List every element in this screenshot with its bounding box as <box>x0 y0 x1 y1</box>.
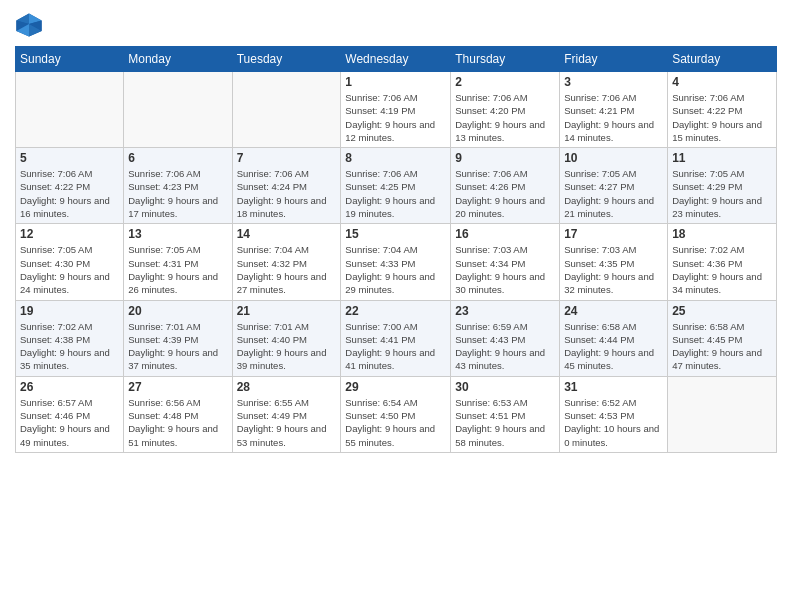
day-number: 16 <box>455 227 555 241</box>
calendar-day-cell: 6 Sunrise: 7:06 AM Sunset: 4:23 PM Dayli… <box>124 148 232 224</box>
day-info: Sunrise: 7:01 AM Sunset: 4:39 PM Dayligh… <box>128 320 227 373</box>
day-number: 21 <box>237 304 337 318</box>
main-container: SundayMondayTuesdayWednesdayThursdayFrid… <box>0 0 792 458</box>
calendar-day-cell: 30 Sunrise: 6:53 AM Sunset: 4:51 PM Dayl… <box>451 376 560 452</box>
logo <box>15 10 47 38</box>
day-number: 9 <box>455 151 555 165</box>
calendar-day-cell <box>16 72 124 148</box>
day-number: 31 <box>564 380 663 394</box>
calendar-day-cell: 25 Sunrise: 6:58 AM Sunset: 4:45 PM Dayl… <box>668 300 777 376</box>
day-info: Sunrise: 7:06 AM Sunset: 4:23 PM Dayligh… <box>128 167 227 220</box>
calendar-day-cell: 7 Sunrise: 7:06 AM Sunset: 4:24 PM Dayli… <box>232 148 341 224</box>
calendar-day-cell: 10 Sunrise: 7:05 AM Sunset: 4:27 PM Dayl… <box>560 148 668 224</box>
calendar-day-cell: 26 Sunrise: 6:57 AM Sunset: 4:46 PM Dayl… <box>16 376 124 452</box>
day-number: 7 <box>237 151 337 165</box>
day-number: 20 <box>128 304 227 318</box>
day-number: 19 <box>20 304 119 318</box>
day-number: 5 <box>20 151 119 165</box>
day-info: Sunrise: 6:58 AM Sunset: 4:45 PM Dayligh… <box>672 320 772 373</box>
logo-icon <box>15 10 43 38</box>
day-info: Sunrise: 7:02 AM Sunset: 4:38 PM Dayligh… <box>20 320 119 373</box>
day-info: Sunrise: 6:58 AM Sunset: 4:44 PM Dayligh… <box>564 320 663 373</box>
day-info: Sunrise: 7:06 AM Sunset: 4:19 PM Dayligh… <box>345 91 446 144</box>
day-number: 18 <box>672 227 772 241</box>
weekday-header-sunday: Sunday <box>16 47 124 72</box>
calendar-day-cell: 24 Sunrise: 6:58 AM Sunset: 4:44 PM Dayl… <box>560 300 668 376</box>
day-info: Sunrise: 7:04 AM Sunset: 4:33 PM Dayligh… <box>345 243 446 296</box>
day-info: Sunrise: 7:00 AM Sunset: 4:41 PM Dayligh… <box>345 320 446 373</box>
day-number: 22 <box>345 304 446 318</box>
day-number: 25 <box>672 304 772 318</box>
day-info: Sunrise: 7:02 AM Sunset: 4:36 PM Dayligh… <box>672 243 772 296</box>
day-number: 23 <box>455 304 555 318</box>
calendar-day-cell: 11 Sunrise: 7:05 AM Sunset: 4:29 PM Dayl… <box>668 148 777 224</box>
day-info: Sunrise: 7:06 AM Sunset: 4:25 PM Dayligh… <box>345 167 446 220</box>
weekday-header-row: SundayMondayTuesdayWednesdayThursdayFrid… <box>16 47 777 72</box>
day-info: Sunrise: 6:54 AM Sunset: 4:50 PM Dayligh… <box>345 396 446 449</box>
day-info: Sunrise: 7:01 AM Sunset: 4:40 PM Dayligh… <box>237 320 337 373</box>
calendar-day-cell: 21 Sunrise: 7:01 AM Sunset: 4:40 PM Dayl… <box>232 300 341 376</box>
day-info: Sunrise: 7:06 AM Sunset: 4:22 PM Dayligh… <box>20 167 119 220</box>
day-number: 4 <box>672 75 772 89</box>
calendar-day-cell: 4 Sunrise: 7:06 AM Sunset: 4:22 PM Dayli… <box>668 72 777 148</box>
day-info: Sunrise: 7:04 AM Sunset: 4:32 PM Dayligh… <box>237 243 337 296</box>
calendar-day-cell: 14 Sunrise: 7:04 AM Sunset: 4:32 PM Dayl… <box>232 224 341 300</box>
calendar-week-row: 19 Sunrise: 7:02 AM Sunset: 4:38 PM Dayl… <box>16 300 777 376</box>
calendar-week-row: 26 Sunrise: 6:57 AM Sunset: 4:46 PM Dayl… <box>16 376 777 452</box>
day-info: Sunrise: 7:06 AM Sunset: 4:21 PM Dayligh… <box>564 91 663 144</box>
day-info: Sunrise: 7:06 AM Sunset: 4:24 PM Dayligh… <box>237 167 337 220</box>
header <box>15 10 777 38</box>
day-info: Sunrise: 7:05 AM Sunset: 4:30 PM Dayligh… <box>20 243 119 296</box>
calendar-day-cell: 20 Sunrise: 7:01 AM Sunset: 4:39 PM Dayl… <box>124 300 232 376</box>
day-info: Sunrise: 7:05 AM Sunset: 4:31 PM Dayligh… <box>128 243 227 296</box>
calendar-day-cell: 18 Sunrise: 7:02 AM Sunset: 4:36 PM Dayl… <box>668 224 777 300</box>
calendar-day-cell: 22 Sunrise: 7:00 AM Sunset: 4:41 PM Dayl… <box>341 300 451 376</box>
day-info: Sunrise: 7:03 AM Sunset: 4:34 PM Dayligh… <box>455 243 555 296</box>
day-number: 3 <box>564 75 663 89</box>
weekday-header-thursday: Thursday <box>451 47 560 72</box>
day-info: Sunrise: 6:57 AM Sunset: 4:46 PM Dayligh… <box>20 396 119 449</box>
day-number: 2 <box>455 75 555 89</box>
day-number: 17 <box>564 227 663 241</box>
day-info: Sunrise: 7:03 AM Sunset: 4:35 PM Dayligh… <box>564 243 663 296</box>
weekday-header-tuesday: Tuesday <box>232 47 341 72</box>
calendar-day-cell <box>124 72 232 148</box>
calendar-day-cell <box>232 72 341 148</box>
day-number: 26 <box>20 380 119 394</box>
calendar-day-cell: 31 Sunrise: 6:52 AM Sunset: 4:53 PM Dayl… <box>560 376 668 452</box>
calendar-day-cell: 13 Sunrise: 7:05 AM Sunset: 4:31 PM Dayl… <box>124 224 232 300</box>
weekday-header-monday: Monday <box>124 47 232 72</box>
calendar-day-cell <box>668 376 777 452</box>
day-info: Sunrise: 6:52 AM Sunset: 4:53 PM Dayligh… <box>564 396 663 449</box>
day-number: 30 <box>455 380 555 394</box>
day-number: 28 <box>237 380 337 394</box>
day-number: 13 <box>128 227 227 241</box>
day-info: Sunrise: 6:53 AM Sunset: 4:51 PM Dayligh… <box>455 396 555 449</box>
calendar-day-cell: 5 Sunrise: 7:06 AM Sunset: 4:22 PM Dayli… <box>16 148 124 224</box>
day-number: 12 <box>20 227 119 241</box>
calendar-day-cell: 15 Sunrise: 7:04 AM Sunset: 4:33 PM Dayl… <box>341 224 451 300</box>
day-number: 27 <box>128 380 227 394</box>
day-number: 1 <box>345 75 446 89</box>
day-info: Sunrise: 7:06 AM Sunset: 4:20 PM Dayligh… <box>455 91 555 144</box>
calendar-table: SundayMondayTuesdayWednesdayThursdayFrid… <box>15 46 777 453</box>
day-number: 8 <box>345 151 446 165</box>
day-number: 6 <box>128 151 227 165</box>
day-number: 14 <box>237 227 337 241</box>
calendar-day-cell: 23 Sunrise: 6:59 AM Sunset: 4:43 PM Dayl… <box>451 300 560 376</box>
day-info: Sunrise: 7:06 AM Sunset: 4:26 PM Dayligh… <box>455 167 555 220</box>
day-info: Sunrise: 6:59 AM Sunset: 4:43 PM Dayligh… <box>455 320 555 373</box>
day-number: 10 <box>564 151 663 165</box>
calendar-day-cell: 17 Sunrise: 7:03 AM Sunset: 4:35 PM Dayl… <box>560 224 668 300</box>
calendar-day-cell: 3 Sunrise: 7:06 AM Sunset: 4:21 PM Dayli… <box>560 72 668 148</box>
calendar-week-row: 1 Sunrise: 7:06 AM Sunset: 4:19 PM Dayli… <box>16 72 777 148</box>
day-info: Sunrise: 7:06 AM Sunset: 4:22 PM Dayligh… <box>672 91 772 144</box>
weekday-header-saturday: Saturday <box>668 47 777 72</box>
calendar-day-cell: 8 Sunrise: 7:06 AM Sunset: 4:25 PM Dayli… <box>341 148 451 224</box>
calendar-day-cell: 12 Sunrise: 7:05 AM Sunset: 4:30 PM Dayl… <box>16 224 124 300</box>
calendar-day-cell: 19 Sunrise: 7:02 AM Sunset: 4:38 PM Dayl… <box>16 300 124 376</box>
calendar-day-cell: 29 Sunrise: 6:54 AM Sunset: 4:50 PM Dayl… <box>341 376 451 452</box>
day-number: 24 <box>564 304 663 318</box>
day-info: Sunrise: 7:05 AM Sunset: 4:27 PM Dayligh… <box>564 167 663 220</box>
day-number: 11 <box>672 151 772 165</box>
